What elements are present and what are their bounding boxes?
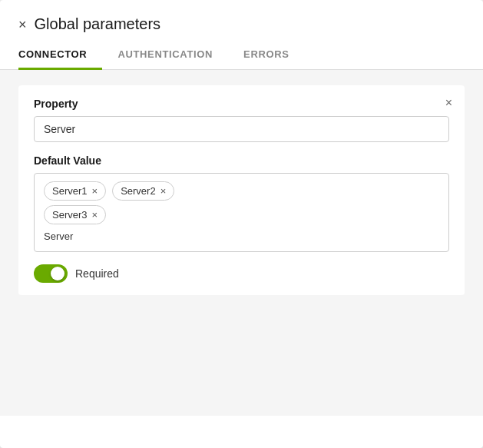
global-parameters-panel: × Global parameters CONNECTOR AUTHENTICA… <box>0 0 483 448</box>
toggle-track <box>34 264 68 283</box>
close-panel-icon[interactable]: × <box>18 18 27 32</box>
tags-row-2: Server3 × <box>44 205 439 224</box>
tab-errors[interactable]: ERRORS <box>243 41 305 70</box>
tags-row: Server1 × Server2 × <box>44 181 439 201</box>
tag-server1-remove[interactable]: × <box>92 186 98 196</box>
property-input[interactable] <box>34 116 449 142</box>
default-value-label: Default Value <box>34 154 449 167</box>
toggle-thumb <box>51 267 65 280</box>
tag-server1: Server1 × <box>44 181 106 201</box>
property-label: Property <box>34 98 449 110</box>
panel-header: × Global parameters <box>0 0 483 41</box>
close-card-icon[interactable]: × <box>445 96 452 110</box>
tag-server3: Server3 × <box>44 205 106 224</box>
tags-input-container[interactable]: Server1 × Server2 × Server3 × <box>34 173 449 252</box>
tab-connector[interactable]: CONNECTOR <box>18 41 102 70</box>
tab-authentication[interactable]: AUTHENTICATION <box>117 41 228 70</box>
panel-title: Global parameters <box>35 15 161 33</box>
tabs-bar: CONNECTOR AUTHENTICATION ERRORS <box>0 41 483 70</box>
tag-server3-remove[interactable]: × <box>92 210 98 220</box>
property-card: × Property Default Value Server1 × Serve… <box>18 85 465 295</box>
required-label: Required <box>75 267 119 280</box>
required-toggle[interactable] <box>34 264 68 283</box>
tag-server1-label: Server1 <box>52 185 88 197</box>
content-area: × Property Default Value Server1 × Serve… <box>0 70 483 416</box>
tag-server2-remove[interactable]: × <box>160 186 167 196</box>
tag-inline-input[interactable] <box>44 229 173 244</box>
tag-server2-label: Server2 <box>121 185 156 197</box>
required-row: Required <box>34 264 449 283</box>
tag-server3-label: Server3 <box>52 209 88 221</box>
tag-server2: Server2 × <box>112 181 174 201</box>
